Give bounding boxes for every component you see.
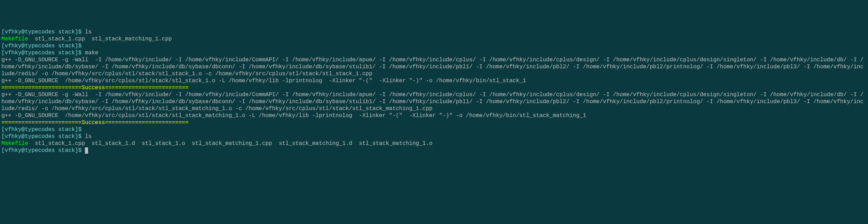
prompt-userhost: vfhky@typecodes xyxy=(5,50,55,56)
link-output-1: g++ -D_GNU_SOURCE /home/vfhky/src/cplus/… xyxy=(1,77,867,84)
command-ls-2: ls xyxy=(85,133,92,140)
prompt-userhost: vfhky@typecodes xyxy=(5,133,55,140)
file-makefile: Makefile xyxy=(1,36,28,42)
file-stl-stack-matching-1-cpp-2: stl_stack_matching_1.cpp xyxy=(192,140,272,147)
prompt-line-4: [vfhky@typecodes stack]$ xyxy=(1,126,867,133)
file-stl-stack-1-o: stl_stack_1.o xyxy=(142,140,185,147)
cursor-icon xyxy=(85,147,88,154)
prompt-userhost: vfhky@typecodes xyxy=(5,126,55,133)
file-stl-stack-matching-1-o: stl_stack_matching_1.o xyxy=(359,140,432,147)
file-stl-stack-matching-1-d: stl_stack_matching_1.d xyxy=(279,140,352,147)
prompt-path: stack xyxy=(58,50,75,56)
prompt-line-6: [vfhky@typecodes stack]$ xyxy=(1,147,867,154)
terminal-content[interactable]: [vfhky@typecodes stack]$ lsMakefile stl_… xyxy=(1,29,867,154)
prompt-close: ]$ xyxy=(75,133,81,140)
prompt-path: stack xyxy=(58,29,75,35)
prompt-line-5: [vfhky@typecodes stack]$ ls xyxy=(1,133,867,140)
prompt-close: ]$ xyxy=(75,29,81,35)
prompt-close: ]$ xyxy=(75,147,81,154)
prompt-open: [ xyxy=(1,50,5,56)
file-stl-stack-1-d: stl_stack_1.d xyxy=(92,140,135,147)
prompt-close: ]$ xyxy=(75,126,81,133)
ls-output-2: Makefile stl_stack_1.cpp stl_stack_1.d s… xyxy=(1,140,867,147)
file-makefile-2: Makefile xyxy=(1,140,28,147)
prompt-path: stack xyxy=(58,147,75,154)
prompt-path: stack xyxy=(58,43,75,49)
prompt-path: stack xyxy=(58,133,75,140)
compile-output-1: g++ -D_GNU_SOURCE -g -Wall -I /home/vfhk… xyxy=(1,56,867,77)
command-ls: ls xyxy=(85,29,92,35)
prompt-open: [ xyxy=(1,43,5,49)
prompt-userhost: vfhky@typecodes xyxy=(5,43,55,49)
prompt-open: [ xyxy=(1,133,5,140)
file-stl-stack-1-cpp: stl_stack_1.cpp xyxy=(35,36,85,42)
prompt-line-2: [vfhky@typecodes stack]$ xyxy=(1,43,867,49)
prompt-close: ]$ xyxy=(75,50,81,56)
file-stl-stack-1-cpp-2: stl_stack_1.cpp xyxy=(35,140,85,147)
link-output-2: g++ -D_GNU_SOURCE /home/vfhky/src/cplus/… xyxy=(1,112,867,119)
compile-output-2: g++ -D_GNU_SOURCE -g -Wall -I /home/vfhk… xyxy=(1,91,867,112)
file-stl-stack-matching-1-cpp: stl_stack_matching_1.cpp xyxy=(92,36,172,42)
prompt-userhost: vfhky@typecodes xyxy=(5,29,55,35)
prompt-close: ]$ xyxy=(75,43,81,49)
prompt-userhost: vfhky@typecodes xyxy=(5,147,55,154)
prompt-open: [ xyxy=(1,29,5,35)
success-line-2: ========================Success=========… xyxy=(1,119,867,126)
prompt-line-3: [vfhky@typecodes stack]$ make xyxy=(1,49,867,56)
ls-output-1: Makefile stl_stack_1.cpp stl_stack_match… xyxy=(1,36,867,43)
prompt-open: [ xyxy=(1,147,5,154)
command-make: make xyxy=(85,50,98,56)
prompt-line-1: [vfhky@typecodes stack]$ ls xyxy=(1,29,867,36)
prompt-path: stack xyxy=(58,126,75,133)
prompt-open: [ xyxy=(1,126,5,133)
success-line-1: ========================Success=========… xyxy=(1,84,867,91)
